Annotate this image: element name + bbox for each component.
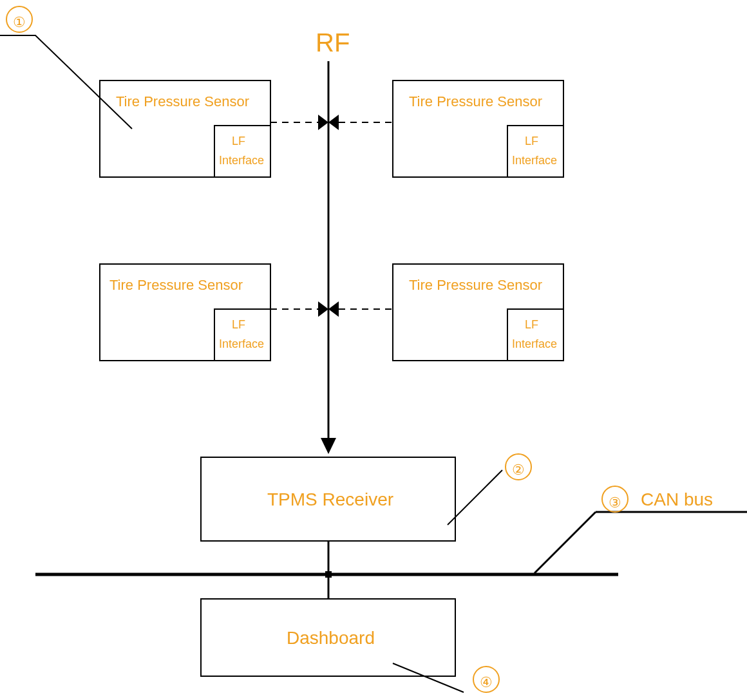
svg-rect-15 bbox=[507, 309, 563, 361]
svg-rect-3 bbox=[214, 126, 270, 177]
sensor-title: Tire Pressure Sensor bbox=[109, 277, 243, 293]
rf-link-bottom bbox=[270, 301, 393, 317]
dashboard: Dashboard bbox=[201, 599, 455, 676]
callout-4: ④ bbox=[393, 663, 499, 692]
tpms-receiver: TPMS Receiver bbox=[201, 457, 455, 541]
svg-text:Interface: Interface bbox=[512, 154, 557, 167]
svg-text:TPMS Receiver: TPMS Receiver bbox=[267, 489, 393, 509]
callout-3: ③ CAN bus bbox=[534, 486, 747, 573]
sensor-title: Tire Pressure Sensor bbox=[116, 93, 249, 109]
svg-rect-7 bbox=[507, 126, 563, 177]
svg-text:③: ③ bbox=[609, 495, 621, 511]
arrowhead-down-icon bbox=[321, 438, 336, 454]
sensor-top-left: Tire Pressure Sensor LF Interface bbox=[100, 80, 270, 177]
svg-text:Dashboard: Dashboard bbox=[287, 628, 375, 648]
sensor-title: Tire Pressure Sensor bbox=[409, 93, 542, 109]
svg-rect-11 bbox=[214, 309, 270, 361]
sensor-title: Tire Pressure Sensor bbox=[409, 277, 542, 293]
svg-text:②: ② bbox=[512, 462, 525, 478]
sensor-bottom-right: Tire Pressure Sensor LF Interface bbox=[393, 264, 563, 361]
sensor-top-right: Tire Pressure Sensor LF Interface bbox=[393, 80, 563, 177]
callout-2: ② bbox=[448, 454, 531, 525]
can-bus-label: CAN bus bbox=[641, 489, 713, 509]
tpms-diagram: RF ① Tire Pressure Sensor LF Interface T… bbox=[0, 0, 747, 700]
bowtie-icon bbox=[318, 115, 328, 130]
callout-1: ① bbox=[0, 6, 132, 129]
svg-text:Interface: Interface bbox=[219, 337, 264, 350]
svg-text:Interface: Interface bbox=[219, 154, 264, 167]
svg-text:LF: LF bbox=[525, 318, 538, 331]
rf-label: RF bbox=[316, 28, 350, 57]
svg-marker-23 bbox=[328, 301, 339, 317]
svg-text:LF: LF bbox=[525, 135, 538, 147]
svg-text:LF: LF bbox=[232, 318, 245, 331]
svg-text:④: ④ bbox=[480, 674, 493, 690]
svg-text:LF: LF bbox=[232, 135, 245, 147]
sensor-bottom-left: Tire Pressure Sensor LF Interface bbox=[100, 264, 270, 361]
svg-text:Interface: Interface bbox=[512, 337, 557, 350]
bowtie-icon bbox=[318, 301, 328, 317]
svg-marker-20 bbox=[328, 115, 339, 130]
svg-text:①: ① bbox=[13, 14, 26, 30]
svg-line-29 bbox=[534, 512, 596, 573]
svg-line-35 bbox=[393, 663, 464, 692]
rf-link-top bbox=[270, 115, 393, 130]
